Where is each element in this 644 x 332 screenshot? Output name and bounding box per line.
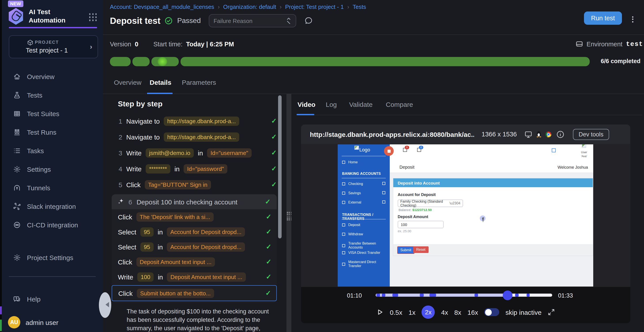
step-value-badge[interactable]: ******** (146, 164, 170, 173)
breadcrumb-organization[interactable]: Organization: default (223, 4, 276, 10)
step-value-badge[interactable]: http://stage.dbank.prod-a... (164, 132, 240, 142)
substep-row[interactable]: Select 95 in Account for Deposit dropd..… (112, 239, 277, 254)
app-launcher-icon[interactable] (89, 13, 97, 21)
brand-name: AI Test Automation (29, 8, 77, 25)
step-number: 1 (118, 117, 122, 125)
step-selector-badge[interactable]: The 'Deposit' link with a si... (136, 212, 214, 222)
substep-row[interactable]: Write 100 in Deposit Amount text input .… (112, 269, 277, 284)
steps-scrollbar-thumb[interactable] (278, 95, 282, 238)
substep-row[interactable]: Click The 'Deposit' link with a si... ✓ (112, 209, 277, 224)
sidebar-item-slack-integration[interactable]: Slack integration (2, 197, 103, 216)
desktop-edge-strip (0, 0, 2, 332)
help-chat-icon (13, 295, 21, 303)
step-selector-badge[interactable]: Account for Deposit dropd... (167, 242, 245, 252)
sidebar-item-tests[interactable]: Tests (2, 86, 103, 104)
panel-resize-handle[interactable] (286, 94, 291, 332)
sidebar-item-label: CI-CD integration (27, 221, 78, 228)
step-selector-badge[interactable]: Tag="BUTTON" Sign in (144, 180, 211, 189)
step-number: 2 (118, 133, 122, 140)
sidebar-item-tasks[interactable]: Tasks (2, 141, 103, 160)
breadcrumb-project[interactable]: Project: Test project - 1 (285, 4, 344, 10)
run-test-button[interactable]: Run test (584, 12, 622, 25)
start-time-label: Start time: (154, 40, 182, 48)
video-timeline[interactable] (376, 294, 552, 297)
brand: AI Test Automation (8, 8, 77, 25)
chevron-right-icon: › (90, 43, 92, 51)
step-value-badge[interactable]: jsmith@demo.io (146, 148, 194, 158)
failure-reason-select[interactable]: Failure Reason (209, 14, 296, 27)
tab-parameters[interactable]: Parameters (182, 78, 216, 86)
progress-segment[interactable] (180, 57, 590, 66)
substep-row[interactable]: Click Deposit Amount text input ... ✓ (112, 254, 277, 269)
step-selector-badge[interactable]: Id="password" (184, 164, 228, 173)
tab-log[interactable]: Log (326, 101, 337, 108)
step-value-badge[interactable]: 100 (137, 272, 154, 282)
step-selector-badge[interactable]: Submit button at the botto... (136, 288, 214, 298)
speed-8x[interactable]: 8x (454, 308, 461, 316)
step-in-word: in (158, 243, 163, 250)
step-action: Navigate to (126, 133, 160, 140)
account-select[interactable]: Family Checking (Standard Checking)\u230… (398, 200, 463, 207)
bank-nav-withdraw: Withdraw (342, 232, 363, 236)
speed-0-5x[interactable]: 0.5x (390, 308, 402, 316)
speed-2x-active[interactable]: 2x (422, 306, 435, 319)
step-selector-badge[interactable]: Id="username" (207, 148, 252, 158)
info-icon[interactable] (556, 130, 564, 138)
play-button-icon[interactable] (376, 308, 384, 316)
step-row[interactable]: 4 Write ******** in Id="password" ✓ (104, 161, 283, 176)
sidebar-item-overview[interactable]: Overview (2, 67, 103, 86)
step-row[interactable]: 5 Click Tag="BUTTON" Sign in ✓ (104, 176, 283, 192)
sidebar-item-help[interactable]: Help (2, 290, 114, 308)
step-group-header[interactable]: 6 Deposit 100 into checking account ✓ (112, 194, 277, 209)
progress-segment[interactable] (110, 57, 131, 66)
bank-submit-button[interactable]: Submit (397, 246, 414, 254)
comment-icon[interactable] (304, 16, 313, 25)
version-value: 0 (135, 40, 138, 48)
substep-row-selected[interactable]: Click Submit button at the botto... ✓ (112, 285, 277, 301)
step-success-icon: ✓ (271, 117, 277, 125)
environment-label: Environment (586, 40, 622, 48)
speed-1x[interactable]: 1x (408, 308, 416, 316)
sidebar-item-tunnels[interactable]: Tunnels (2, 178, 103, 197)
project-selector[interactable]: PROJECT Test project - 1 › (9, 35, 98, 58)
kebab-menu-icon[interactable] (631, 14, 634, 24)
deposit-amount-input[interactable]: 100 (398, 221, 444, 228)
speed-16x[interactable]: 16x (468, 308, 478, 316)
step-selector-badge[interactable]: Deposit Amount text input ... (167, 272, 246, 282)
substep-row[interactable]: Select 95 in Account for Deposit dropd..… (112, 224, 277, 239)
bank-reset-button[interactable]: Reset (413, 246, 428, 253)
tab-overview[interactable]: Overview (114, 78, 142, 86)
step-value-badge[interactable]: 95 (140, 227, 154, 236)
step-selector-badge[interactable]: Deposit Amount text input ... (136, 257, 215, 266)
sidebar-item-settings[interactable]: Settings (2, 160, 103, 178)
tab-details[interactable]: Details (150, 78, 171, 86)
broken-image-icon (582, 144, 586, 148)
step-row[interactable]: 2 Navigate to http://stage.dbank.prod-a.… (104, 129, 283, 145)
tab-validate[interactable]: Validate (349, 101, 372, 108)
tab-compare[interactable]: Compare (386, 101, 413, 108)
sidebar-item-test-suites[interactable]: Test Suites (2, 104, 103, 123)
user-menu[interactable]: AU admin user (8, 316, 58, 328)
step-row[interactable]: 3 Write jsmith@demo.io in Id="username" … (104, 145, 283, 161)
speed-4x[interactable]: 4x (441, 308, 448, 316)
sidebar-item-cicd-integration[interactable]: CI-CD integration (2, 216, 103, 234)
breadcrumb-tests[interactable]: Tests (353, 4, 366, 10)
skip-inactive-toggle[interactable] (484, 308, 499, 316)
steps-panel: Step by step 1 Navigate to http://stage.… (104, 95, 283, 332)
step-selector-badge[interactable]: Account for Deposit dropd... (167, 227, 245, 236)
breadcrumb-account[interactable]: Account: Devspace_all_module_licenses (110, 4, 214, 10)
bank-page-title: Deposit (400, 165, 414, 170)
sidebar-item-project-settings[interactable]: Project Settings (2, 248, 114, 267)
fullscreen-icon[interactable] (548, 308, 555, 316)
project-name: Test project - 1 (9, 47, 84, 54)
video-frame[interactable]: Logo Home BANKING ACCOUNTS Checking Savi… (301, 144, 630, 287)
progress-segment[interactable] (152, 57, 179, 66)
dev-tools-button[interactable]: Dev tools (573, 129, 609, 140)
timeline-playhead[interactable] (503, 290, 512, 300)
step-value-badge[interactable]: http://stage.dbank.prod-a... (164, 116, 240, 126)
progress-segment[interactable] (132, 57, 150, 66)
step-value-badge[interactable]: 95 (140, 242, 154, 252)
step-row[interactable]: 1 Navigate to http://stage.dbank.prod-a.… (104, 113, 283, 129)
sidebar-item-test-runs[interactable]: Test Runs (2, 123, 103, 141)
tab-video[interactable]: Video (298, 101, 316, 108)
